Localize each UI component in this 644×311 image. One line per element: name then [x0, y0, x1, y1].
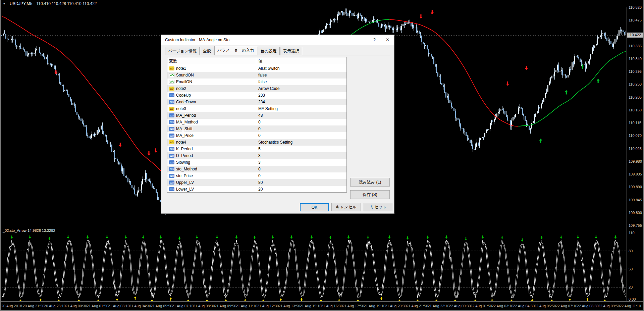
param-value[interactable]: 0 [256, 166, 346, 172]
param-name-cell: SoundON [167, 72, 256, 79]
param-row[interactable]: 123sto_Price0 [167, 172, 346, 179]
dialog-tab[interactable]: バージョン情報 [165, 47, 200, 55]
param-row[interactable]: 123Slowing3 [167, 159, 346, 166]
param-value[interactable]: 48 [256, 112, 346, 119]
help-icon[interactable]: ? [373, 35, 376, 45]
param-name-cell: abnote4 [167, 139, 256, 146]
param-name: note3 [176, 106, 186, 111]
number-param-icon: 123 [169, 160, 174, 164]
param-name: note1 [176, 66, 186, 71]
number-param-icon: 123 [169, 180, 174, 185]
number-param-icon: 123 [169, 127, 174, 131]
text-param-icon: ab [169, 87, 174, 91]
param-row[interactable]: 123CodeDown234 [167, 99, 346, 105]
sto-down-arrow [367, 236, 369, 239]
param-value[interactable]: 5 [256, 146, 346, 152]
param-name: K_Period [176, 147, 193, 151]
param-value[interactable]: Stochastics Setting [256, 139, 346, 146]
sto-down-arrow [67, 236, 69, 239]
param-row[interactable]: 123MA_Period48 [167, 112, 346, 119]
number-param-icon: 123 [169, 174, 174, 178]
sto-down-arrow [427, 236, 429, 239]
param-value[interactable]: 233 [256, 92, 346, 99]
param-row[interactable]: 123CodeUp233 [167, 92, 346, 99]
time-axis-label: 22 Aug 03:10 [492, 304, 514, 308]
param-row[interactable]: 123D_Period3 [167, 152, 346, 159]
param-row[interactable]: 123K_Period5 [167, 146, 346, 152]
time-axis-label: 22 Aug 04:30 [513, 304, 535, 308]
time-axis-label: 21 Aug 01:50 [87, 304, 108, 308]
sto-down-arrow [178, 237, 181, 240]
time-axis-label: 21 Aug 03:10 [108, 304, 130, 308]
param-row[interactable]: 123Lower_LV20 [167, 186, 346, 193]
chart-menu-icon[interactable]: ▼ [3, 2, 6, 5]
param-row[interactable]: 123MA_Price0 [167, 132, 346, 139]
sell-arrow [431, 10, 434, 14]
param-value[interactable]: 80 [256, 179, 346, 186]
dialog-tab[interactable]: 色の設定 [258, 47, 280, 55]
param-value[interactable]: 20 [256, 186, 346, 193]
sto-down-arrow [272, 236, 274, 239]
param-name-cell: abnote1 [167, 65, 256, 72]
param-row[interactable]: 123sto_Method0 [167, 166, 346, 172]
param-value[interactable]: MA Setting [256, 105, 346, 112]
close-icon[interactable]: ✕ [386, 35, 389, 45]
time-axis-label: 21 Aug 12:30 [257, 304, 279, 308]
dialog-tab[interactable]: 表示選択 [280, 47, 302, 55]
dialog-tab[interactable]: 全般 [200, 47, 214, 55]
param-value[interactable]: 0 [256, 119, 346, 125]
param-value[interactable]: 0 [256, 132, 346, 139]
param-name: note2 [176, 86, 186, 91]
stochastic-pane-canvas[interactable] [1, 227, 627, 301]
param-row[interactable]: abnote4Stochastics Setting [167, 139, 346, 146]
time-axis-label: 21 Aug 07:10 [172, 304, 194, 308]
dialog-tab[interactable]: パラメーターの入力 [214, 46, 257, 55]
sto-down-arrow [254, 236, 256, 239]
param-row[interactable]: abnote2Arrow Code [167, 85, 346, 92]
param-row[interactable]: abnote1Alrat Switch [167, 65, 346, 72]
cancel-button[interactable]: キャンセル [331, 203, 361, 211]
param-row[interactable]: 123MA_Method0 [167, 119, 346, 125]
ok-button[interactable]: OK [300, 203, 329, 211]
sell-arrow [119, 143, 122, 147]
param-value[interactable]: Arrow Code [256, 85, 346, 92]
sto-down-arrow [521, 238, 524, 242]
price-axis-label: 110.250 [629, 82, 642, 87]
time-axis-label: 22 Aug 05:50 [534, 304, 556, 308]
param-value[interactable]: Alrat Switch [256, 65, 346, 72]
save-button[interactable]: 保存 (S) [350, 190, 390, 199]
reset-button[interactable]: リセット [364, 203, 393, 211]
param-name: sto_Method [176, 167, 197, 171]
column-header-variable[interactable]: 変数 [167, 57, 256, 65]
sto-up-arrow [280, 298, 282, 301]
param-value[interactable]: false [256, 72, 346, 79]
price-axis-label: 110.340 [629, 56, 642, 61]
sto-down-arrow [595, 236, 597, 239]
sto-down-arrow [329, 236, 332, 239]
param-row[interactable]: 123MA_Shift0 [167, 125, 346, 132]
dialog-titlebar[interactable]: Custom Indicator - MA-Angle on Sto ? ✕ [161, 35, 394, 45]
number-param-icon: 123 [169, 154, 174, 158]
price-axis-label: 109.845 [629, 198, 642, 202]
pane-separator[interactable] [0, 227, 644, 227]
load-button[interactable]: 読み込み (L) [350, 178, 390, 187]
param-name: Lower_LV [176, 187, 194, 192]
time-axis-label: 21 Aug 00:30 [65, 304, 87, 308]
price-axis-label: 110.205 [629, 95, 642, 100]
sto-up-arrow [244, 299, 247, 301]
param-row[interactable]: SoundONfalse [167, 72, 346, 79]
sto-down-arrow [541, 236, 543, 239]
sto-down-arrow [106, 236, 108, 239]
param-row[interactable]: 123Upper_LV80 [167, 179, 346, 186]
param-row[interactable]: abnote3MA Setting [167, 105, 346, 112]
param-value[interactable]: false [256, 79, 346, 85]
column-header-value[interactable]: 値 [256, 57, 346, 65]
param-value[interactable]: 0 [256, 125, 346, 132]
param-value[interactable]: 3 [256, 152, 346, 159]
param-row[interactable]: EmailONfalse [167, 79, 346, 85]
symbol-timeframe-label: USDJPY,M5 [10, 1, 33, 6]
param-value[interactable]: 3 [256, 159, 346, 166]
param-name: MA_Period [176, 113, 196, 118]
param-value[interactable]: 234 [256, 99, 346, 105]
param-value[interactable]: 0 [256, 172, 346, 179]
